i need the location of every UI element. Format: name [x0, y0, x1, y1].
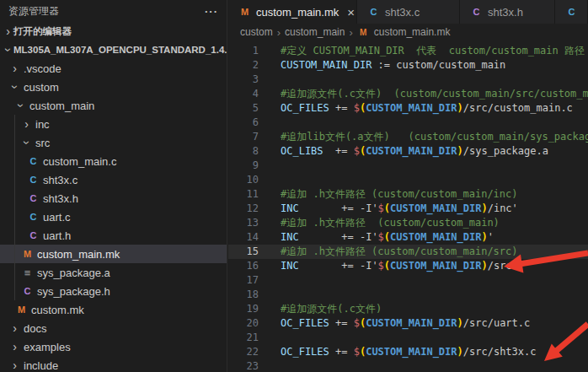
code-text	[259, 159, 281, 173]
open-editors-section[interactable]: › 打开的编辑器	[0, 22, 227, 40]
breadcrumb-item-custom[interactable]: custom	[240, 26, 273, 38]
tree-item-custom_main.c[interactable]: Ccustom_main.c	[0, 152, 227, 170]
more-actions-icon[interactable]: ···	[205, 5, 218, 18]
code-line-12[interactable]: 12INC += -I'$(CUSTOM_MAIN_DIR)/inc'	[228, 202, 588, 216]
code-token: OC_FILES	[281, 346, 329, 358]
tree-item-label: sys_package.a	[37, 267, 110, 279]
h-file-icon: C	[21, 286, 34, 296]
line-number: 17	[228, 273, 259, 288]
code-line-4[interactable]: 4#追加源文件(.c文件) (custom/custom_main/src/cu…	[228, 87, 588, 101]
chevron-down-icon: ›	[15, 100, 27, 111]
code-token: )	[457, 346, 463, 358]
code-line-13[interactable]: 13#追加 .h文件路径 (custom/custom_main)	[228, 216, 588, 230]
code-area[interactable]: 1#定义 CUSTOM_MAIN_DIR 代表 custom/custom_ma…	[228, 40, 588, 372]
code-token: )	[457, 102, 463, 114]
tree-item-.vscode[interactable]: ›.vscode	[0, 59, 227, 78]
code-token: OC_FILES	[281, 317, 329, 329]
code-line-11[interactable]: 11#追加 .h文件路径 (custom/custom_main/inc)	[228, 187, 588, 202]
tab-bar: Mcustom_main.mk×Csht3x.cCsht3x.hC	[228, 0, 588, 24]
tree-item-examples[interactable]: ›examples	[0, 337, 227, 356]
tree-item-label: src	[35, 137, 50, 149]
code-line-7[interactable]: 7#追加lib文件(.a文件) (custom/custom_main/sys_…	[228, 130, 588, 144]
code-text: #追加 .h文件路径 (custom/custom_main/inc)	[259, 187, 518, 202]
code-line-8[interactable]: 8OC_LIBS += $(CUSTOM_MAIN_DIR)/sys_packa…	[228, 144, 588, 159]
code-line-14[interactable]: 14INC += -I'$(CUSTOM_MAIN_DIR)'	[228, 230, 588, 245]
tree-item-custom_main.mk[interactable]: Mcustom_main.mk	[0, 245, 227, 263]
tree-item-uart.h[interactable]: Cuart.h	[0, 226, 227, 245]
tree-item-docs[interactable]: ›docs	[0, 319, 227, 337]
tab-partial[interactable]: C	[555, 0, 588, 24]
tree-item-sht3x.h[interactable]: Csht3x.h	[0, 189, 227, 208]
tree-item-custom_main[interactable]: ›custom_main	[0, 96, 227, 115]
tab-custom_main.mk[interactable]: Mcustom_main.mk×	[228, 0, 357, 24]
code-line-9[interactable]: 9	[228, 159, 588, 173]
tree-item-label: examples	[24, 341, 71, 353]
tree-item-custom.mk[interactable]: Mcustom.mk	[0, 300, 227, 319]
code-token: $	[378, 202, 384, 214]
close-icon[interactable]: ×	[339, 5, 357, 19]
code-text	[259, 359, 281, 372]
code-line-5[interactable]: 5OC_FILES += $(CUSTOM_MAIN_DIR)/src/cust…	[228, 101, 588, 116]
code-token: INC	[281, 202, 299, 214]
tree-item-uart.c[interactable]: Cuart.c	[0, 208, 227, 226]
code-line-2[interactable]: 2CUSTOM_MAIN_DIR := custom/custom_main	[228, 58, 588, 73]
tree-item-label: include	[24, 359, 58, 372]
chevron-right-icon: ›	[9, 62, 20, 74]
code-text: INC += -I'$(CUSTOM_MAIN_DIR)/inc'	[259, 202, 518, 216]
code-token: #追加 .h文件路径 (custom/custom_main/inc)	[281, 188, 518, 200]
tree-item-label: docs	[24, 322, 46, 335]
tab-sht3x.c[interactable]: Csht3x.c	[357, 0, 460, 24]
code-token: CUSTOM_MAIN_DIR	[390, 231, 481, 243]
tree-item-label: .vscode	[24, 62, 61, 75]
tab-sht3x.h[interactable]: Csht3x.h	[460, 0, 555, 24]
tree-item-src[interactable]: ›src	[0, 133, 227, 152]
code-line-1[interactable]: 1#定义 CUSTOM_MAIN_DIR 代表 custom/custom_ma…	[228, 44, 588, 58]
tree-item-sht3x.c[interactable]: Csht3x.c	[0, 170, 227, 189]
code-token: (	[384, 231, 390, 243]
tree-item-inc[interactable]: ›inc	[0, 115, 227, 133]
line-number: 6	[228, 116, 259, 130]
code-token: CUSTOM_MAIN_DIR	[390, 202, 481, 214]
code-text: OC_LIBS += $(CUSTOM_MAIN_DIR)/sys_packag…	[259, 144, 548, 159]
line-number: 14	[228, 230, 259, 245]
code-line-15[interactable]: 15#追加 .h文件路径 (custom/custom_main/src)	[228, 245, 588, 259]
line-number: 10	[228, 173, 259, 187]
code-line-6[interactable]: 6	[228, 116, 588, 130]
code-line-23[interactable]: 23	[228, 359, 588, 372]
breadcrumb-item-custom_main[interactable]: custom_main	[285, 26, 345, 38]
line-number: 15	[228, 245, 259, 259]
code-token: +=	[329, 346, 354, 358]
code-token: INC	[281, 231, 299, 243]
code-line-18[interactable]: 18	[228, 288, 588, 302]
tree-item-include[interactable]: ›include	[0, 356, 227, 372]
breadcrumb-item-custom_main.mk[interactable]: custom_main.mk	[374, 26, 451, 38]
open-editors-label: 打开的编辑器	[13, 25, 72, 38]
tree-item-custom[interactable]: ›custom	[0, 78, 227, 96]
line-number: 21	[228, 331, 259, 345]
explorer-sidebar: 资源管理器 ··· › 打开的编辑器 › ML305A_ML307A_OPENC…	[0, 0, 227, 372]
code-line-16[interactable]: 16INC += -I'$(CUSTOM_MAIN_DIR)/src'	[228, 259, 588, 273]
indent-guide	[14, 115, 15, 300]
code-token: /sys_package.a	[463, 145, 548, 157]
code-token: )	[481, 202, 487, 214]
line-number: 13	[228, 216, 259, 230]
code-token: $	[354, 145, 360, 157]
code-line-10[interactable]: 10	[228, 173, 588, 187]
code-line-20[interactable]: 20OC_FILES += $(CUSTOM_MAIN_DIR)/src/uar…	[228, 316, 588, 331]
code-line-3[interactable]: 3	[228, 73, 588, 87]
c-file-icon: C	[367, 7, 380, 17]
code-token: $	[354, 317, 360, 329]
code-line-19[interactable]: 19#追加源文件(.c文件)	[228, 302, 588, 316]
tree-item-sys_package.h[interactable]: Csys_package.h	[0, 282, 227, 300]
h-file-icon: C	[27, 193, 40, 203]
code-line-21[interactable]: 21	[228, 331, 588, 345]
line-number: 4	[228, 87, 259, 101]
code-token: /src/custom_main.c	[463, 102, 573, 114]
code-token: /src'	[488, 260, 518, 272]
workspace-root[interactable]: › ML305A_ML307A_OPENCPU_STANDARD_1.4.6.2…	[0, 40, 227, 59]
c-file-icon: C	[565, 7, 578, 17]
tree-item-sys_package.a[interactable]: ≡sys_package.a	[0, 263, 227, 282]
code-line-22[interactable]: 22OC_FILES += $(CUSTOM_MAIN_DIR)/src/sht…	[228, 345, 588, 359]
code-line-17[interactable]: 17	[228, 273, 588, 288]
code-token: '	[488, 231, 494, 243]
